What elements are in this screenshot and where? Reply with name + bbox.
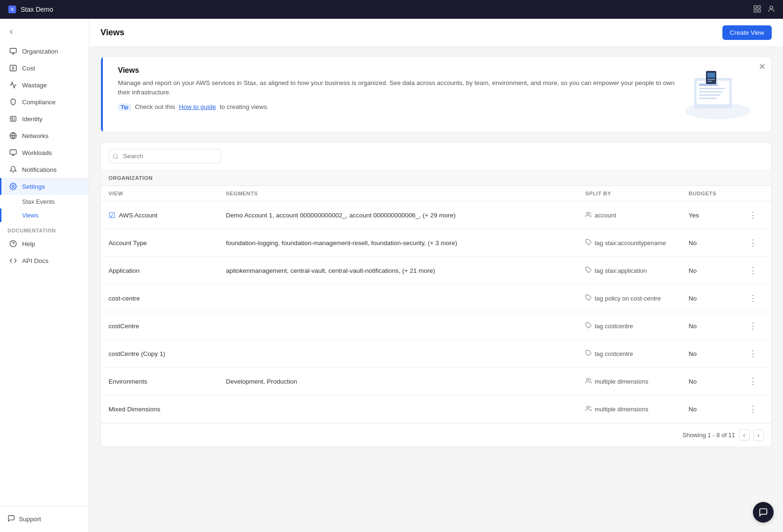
cell-actions: ⋮: [745, 208, 764, 222]
user-icon[interactable]: [767, 5, 775, 15]
sidebar-item-organization[interactable]: Organization: [0, 43, 89, 60]
cell-actions: ⋮: [745, 319, 764, 333]
search-icon: [112, 153, 119, 160]
create-view-button[interactable]: Create View: [722, 25, 772, 40]
svg-point-6: [770, 6, 773, 9]
sidebar-item-identity[interactable]: Identity: [0, 110, 89, 127]
collapse-button[interactable]: [0, 23, 89, 43]
sidebar: Organization Cost Wastage: [0, 19, 89, 532]
svg-rect-12: [10, 116, 16, 122]
sidebar-item-api-docs[interactable]: API Docs: [0, 252, 89, 269]
svg-rect-33: [707, 81, 712, 82]
svg-rect-29: [699, 98, 717, 99]
cell-budgets: No: [689, 239, 745, 247]
row-menu-button[interactable]: ⋮: [745, 263, 761, 278]
row-menu-button[interactable]: ⋮: [745, 402, 761, 416]
svg-rect-7: [10, 48, 16, 53]
cell-split-by: account: [585, 211, 689, 219]
search-input[interactable]: [109, 149, 221, 163]
svg-point-43: [587, 406, 589, 408]
cell-segments: Demo Account 1, account 000000000002_, a…: [226, 212, 585, 219]
cell-view-name: ☑ AWS Account: [109, 211, 226, 220]
cell-budgets: No: [689, 350, 745, 357]
table-row: costCentre (Copy 1) tag costcentre No ⋮: [101, 340, 771, 368]
svg-text:S: S: [11, 7, 14, 12]
table-row: Application apitokenmanagement, central-…: [101, 257, 771, 285]
svg-line-35: [117, 157, 118, 159]
org-icon: [9, 47, 17, 55]
cell-view-name: costCentre (Copy 1): [109, 350, 226, 357]
table-row: Account Type foundation-logging, foundat…: [101, 229, 771, 257]
tag-icon: [585, 322, 592, 330]
cell-budgets: No: [689, 406, 745, 413]
close-banner-button[interactable]: ✕: [759, 62, 766, 71]
cell-split-by: tag stax:application: [585, 267, 689, 275]
row-menu-button[interactable]: ⋮: [745, 208, 761, 222]
cell-budgets: No: [689, 378, 745, 385]
table-row: ☑ AWS Account Demo Account 1, account 00…: [101, 201, 771, 229]
cell-actions: ⋮: [745, 402, 764, 416]
sidebar-sub-views[interactable]: Views: [0, 208, 89, 222]
row-menu-button[interactable]: ⋮: [745, 319, 761, 333]
next-page-button[interactable]: ›: [753, 429, 764, 441]
table-header-row: VIEW SEGMENTS SPLIT BY BUDGETS: [101, 186, 771, 201]
cell-budgets: No: [689, 295, 745, 302]
notifications-icon: [9, 165, 17, 174]
people-icon: [585, 211, 592, 219]
sidebar-item-help[interactable]: Help: [0, 235, 89, 252]
main-content: Views Create View Views Manage and repor…: [89, 19, 783, 532]
sidebar-item-label: Compliance: [22, 99, 55, 106]
sidebar-item-label: Workloads: [22, 149, 52, 156]
row-menu-button[interactable]: ⋮: [745, 374, 761, 388]
sidebar-item-networks[interactable]: Networks: [0, 127, 89, 144]
svg-rect-27: [699, 91, 722, 93]
sidebar-item-notifications[interactable]: Notifications: [0, 161, 89, 178]
tag-icon: [585, 350, 592, 358]
svg-rect-5: [758, 9, 760, 12]
sidebar-item-label: API Docs: [22, 257, 48, 264]
table-row: Environments Development, Production mul…: [101, 368, 771, 395]
support-button[interactable]: Support: [0, 510, 89, 528]
row-menu-button[interactable]: ⋮: [745, 236, 761, 250]
cell-split-by: multiple dimensions: [585, 405, 689, 413]
cell-view-name: costCentre: [109, 323, 226, 330]
sidebar-bottom: Support: [0, 506, 89, 532]
sidebar-sub-stax-events[interactable]: Stax Events: [0, 195, 89, 208]
row-menu-button[interactable]: ⋮: [745, 347, 761, 361]
sidebar-item-workloads[interactable]: Workloads: [0, 144, 89, 161]
cell-view-name: Environments: [109, 378, 226, 385]
chat-fab-button[interactable]: [753, 502, 774, 523]
svg-rect-32: [707, 79, 715, 80]
cell-split-by: multiple dimensions: [585, 378, 689, 386]
sidebar-item-wastage[interactable]: Wastage: [0, 77, 89, 93]
how-to-guide-link[interactable]: How to guide: [179, 103, 216, 110]
svg-rect-4: [754, 9, 756, 12]
brand-label: Stax Demo: [21, 6, 53, 13]
tag-icon: [585, 294, 592, 302]
col-view: VIEW: [109, 191, 226, 196]
sidebar-item-compliance[interactable]: Compliance: [0, 93, 89, 110]
workloads-icon: [9, 148, 17, 157]
sidebar-item-label: Notifications: [22, 166, 57, 173]
tag-icon: [585, 239, 592, 247]
cell-actions: ⋮: [745, 236, 764, 250]
cell-segments: Development, Production: [226, 378, 585, 385]
cell-segments: foundation-logging, foundation-managemen…: [226, 239, 585, 247]
people-icon: [585, 405, 592, 413]
col-segments: SEGMENTS: [226, 191, 585, 196]
cell-actions: ⋮: [745, 291, 764, 305]
sidebar-item-settings[interactable]: Settings: [0, 178, 89, 195]
sidebar-item-label: Cost: [22, 65, 35, 72]
compliance-icon: [9, 98, 17, 106]
chat-icon: [759, 508, 768, 517]
sidebar-item-cost[interactable]: Cost: [0, 60, 89, 77]
col-actions: [745, 191, 764, 196]
grid-icon[interactable]: [753, 5, 761, 15]
cell-actions: ⋮: [745, 347, 764, 361]
row-menu-button[interactable]: ⋮: [745, 291, 761, 305]
sidebar-item-label: Networks: [22, 132, 48, 139]
prev-page-button[interactable]: ‹: [739, 429, 749, 441]
cell-view-name: Application: [109, 267, 226, 274]
col-budgets: BUDGETS: [689, 191, 745, 196]
svg-rect-16: [10, 150, 16, 154]
